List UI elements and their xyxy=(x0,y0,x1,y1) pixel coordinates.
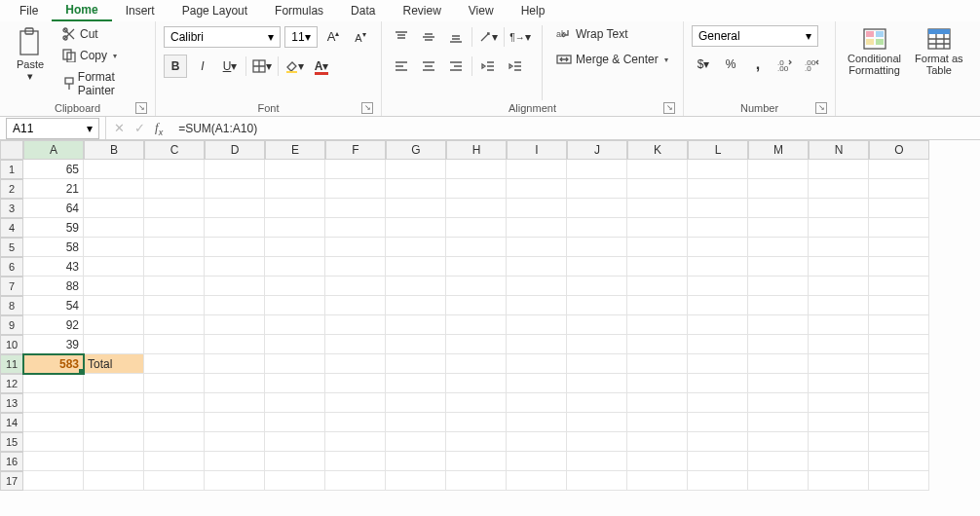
cell-D13[interactable] xyxy=(205,393,265,413)
cell-H11[interactable] xyxy=(446,354,507,374)
cell-N1[interactable] xyxy=(809,160,869,179)
cell-N12[interactable] xyxy=(809,374,869,393)
cell-N5[interactable] xyxy=(809,238,869,257)
align-center-button[interactable] xyxy=(417,55,440,78)
cell-J10[interactable] xyxy=(567,335,627,354)
row-header-4[interactable]: 4 xyxy=(0,218,23,238)
cell-G2[interactable] xyxy=(386,179,446,199)
name-box[interactable]: A11 ▾ xyxy=(6,118,99,139)
cell-L2[interactable] xyxy=(688,179,748,199)
row-header-14[interactable]: 14 xyxy=(0,413,23,432)
cell-C4[interactable] xyxy=(144,218,205,238)
column-header-A[interactable]: A xyxy=(23,140,84,160)
cell-K16[interactable] xyxy=(627,452,688,471)
cell-J12[interactable] xyxy=(567,374,627,393)
cell-F10[interactable] xyxy=(325,335,386,354)
cell-J15[interactable] xyxy=(567,432,627,452)
cell-H13[interactable] xyxy=(446,393,507,413)
fill-color-button[interactable]: ▾ xyxy=(283,55,306,78)
cell-B5[interactable] xyxy=(84,238,144,257)
menu-page-layout[interactable]: Page Layout xyxy=(169,1,261,20)
cell-D2[interactable] xyxy=(205,179,265,199)
cell-G13[interactable] xyxy=(386,393,446,413)
cell-N3[interactable] xyxy=(809,199,869,218)
cell-B15[interactable] xyxy=(84,432,144,452)
cell-H9[interactable] xyxy=(446,315,507,335)
cell-L8[interactable] xyxy=(688,296,748,315)
column-header-L[interactable]: L xyxy=(688,140,748,160)
row-header-16[interactable]: 16 xyxy=(0,452,23,471)
cell-J8[interactable] xyxy=(567,296,627,315)
cell-A12[interactable] xyxy=(23,374,84,393)
cell-M14[interactable] xyxy=(748,413,809,432)
cell-K2[interactable] xyxy=(627,179,688,199)
cell-F14[interactable] xyxy=(325,413,386,432)
cell-A11[interactable]: 583 xyxy=(23,354,84,374)
cell-M9[interactable] xyxy=(748,315,809,335)
font-name-combobox[interactable]: Calibri ▾ xyxy=(164,26,281,48)
cell-I11[interactable] xyxy=(507,354,567,374)
cell-E5[interactable] xyxy=(265,238,325,257)
align-right-button[interactable] xyxy=(444,55,468,78)
cell-I16[interactable] xyxy=(507,452,567,471)
cell-A15[interactable] xyxy=(23,432,84,452)
row-header-5[interactable]: 5 xyxy=(0,238,23,257)
cell-A6[interactable]: 43 xyxy=(23,257,84,276)
cell-B7[interactable] xyxy=(84,276,144,296)
cell-H7[interactable] xyxy=(446,276,507,296)
number-format-combobox[interactable]: General ▾ xyxy=(692,25,818,47)
cell-F15[interactable] xyxy=(325,432,386,452)
cell-M12[interactable] xyxy=(748,374,809,393)
column-header-D[interactable]: D xyxy=(205,140,265,160)
row-header-8[interactable]: 8 xyxy=(0,296,23,315)
cell-H15[interactable] xyxy=(446,432,507,452)
cell-G7[interactable] xyxy=(386,276,446,296)
cell-N7[interactable] xyxy=(809,276,869,296)
align-left-button[interactable] xyxy=(390,55,413,78)
cell-I8[interactable] xyxy=(507,296,567,315)
cell-L12[interactable] xyxy=(688,374,748,393)
cell-J14[interactable] xyxy=(567,413,627,432)
cell-A9[interactable]: 92 xyxy=(23,315,84,335)
cell-M8[interactable] xyxy=(748,296,809,315)
cell-L7[interactable] xyxy=(688,276,748,296)
menu-view[interactable]: View xyxy=(455,1,508,20)
cell-I3[interactable] xyxy=(507,199,567,218)
cell-E15[interactable] xyxy=(265,432,325,452)
cell-K6[interactable] xyxy=(627,257,688,276)
cell-D1[interactable] xyxy=(205,160,265,179)
cell-C8[interactable] xyxy=(144,296,205,315)
increase-font-size-button[interactable]: A▴ xyxy=(321,25,345,49)
cell-M5[interactable] xyxy=(748,238,809,257)
cell-D8[interactable] xyxy=(205,296,265,315)
cell-K14[interactable] xyxy=(627,413,688,432)
menu-data[interactable]: Data xyxy=(337,1,389,20)
cell-E3[interactable] xyxy=(265,199,325,218)
cell-K5[interactable] xyxy=(627,238,688,257)
cell-G1[interactable] xyxy=(386,160,446,179)
cell-D4[interactable] xyxy=(205,218,265,238)
cell-A13[interactable] xyxy=(23,393,84,413)
cell-N6[interactable] xyxy=(809,257,869,276)
cell-O7[interactable] xyxy=(869,276,929,296)
cell-G5[interactable] xyxy=(386,238,446,257)
cell-D3[interactable] xyxy=(205,199,265,218)
cell-I14[interactable] xyxy=(507,413,567,432)
cell-K11[interactable] xyxy=(627,354,688,374)
cell-E2[interactable] xyxy=(265,179,325,199)
cell-O11[interactable] xyxy=(869,354,929,374)
cut-button[interactable]: Cut xyxy=(58,25,147,43)
cell-D5[interactable] xyxy=(205,238,265,257)
cell-B16[interactable] xyxy=(84,452,144,471)
cell-L1[interactable] xyxy=(688,160,748,179)
cell-E11[interactable] xyxy=(265,354,325,374)
cell-L15[interactable] xyxy=(688,432,748,452)
menu-review[interactable]: Review xyxy=(389,1,454,20)
decrease-decimal-button[interactable]: .00.0 xyxy=(801,53,824,76)
cell-B8[interactable] xyxy=(84,296,144,315)
cell-E1[interactable] xyxy=(265,160,325,179)
cell-G12[interactable] xyxy=(386,374,446,393)
cell-O14[interactable] xyxy=(869,413,929,432)
row-header-2[interactable]: 2 xyxy=(0,179,23,199)
cell-O5[interactable] xyxy=(869,238,929,257)
